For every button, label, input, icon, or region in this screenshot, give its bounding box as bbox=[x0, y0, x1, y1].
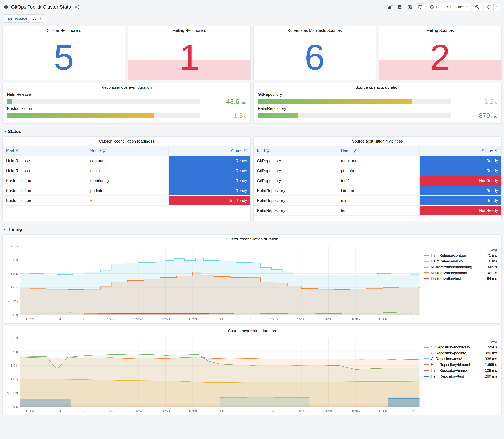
column-header-kind[interactable]: Kind bbox=[254, 146, 338, 156]
legend-series-color bbox=[424, 261, 429, 262]
column-header-kind[interactable]: Kind bbox=[3, 146, 87, 156]
stat-value: 1 bbox=[179, 39, 199, 75]
legend-item[interactable]: HelmRepository/minio108 ms bbox=[424, 367, 497, 373]
legend-series-avg: 338 ms bbox=[485, 357, 497, 361]
variable-namespace-value: All bbox=[33, 16, 37, 21]
refresh-interval-dropdown[interactable]: ▾ bbox=[494, 3, 500, 11]
legend-series-avg: 980 ms bbox=[485, 351, 497, 355]
gauge-value: 879ms bbox=[451, 112, 497, 120]
svg-text:16:07: 16:07 bbox=[406, 409, 414, 413]
legend-series-name: Kustomization/monitoring bbox=[431, 265, 482, 269]
table-cell: monitoring bbox=[338, 156, 419, 166]
legend-series-color bbox=[424, 347, 429, 348]
chart-row-2: Source acquisition duration0 s500 ms1.0 … bbox=[0, 326, 504, 415]
filter-funnel-icon[interactable] bbox=[102, 149, 106, 153]
svg-text:15:55: 15:55 bbox=[80, 409, 88, 413]
gauge-value-unit: s bbox=[244, 114, 246, 119]
save-icon[interactable] bbox=[396, 3, 404, 11]
series-area bbox=[20, 404, 419, 407]
stat-panel-body: 2 bbox=[379, 34, 501, 80]
filter-funnel-icon[interactable] bbox=[16, 149, 19, 153]
column-header-label: Name bbox=[341, 148, 352, 153]
legend-header: avg bbox=[424, 247, 497, 253]
column-header-name[interactable]: Name bbox=[87, 146, 169, 156]
filter-funnel-icon[interactable] bbox=[353, 149, 356, 153]
share-icon[interactable] bbox=[73, 3, 81, 11]
column-header-status[interactable]: Status bbox=[169, 146, 250, 156]
table-cell: test bbox=[338, 206, 419, 216]
chevron-down-icon: ▾ bbox=[496, 5, 498, 9]
stat-panel-body: 1 bbox=[128, 34, 251, 80]
add-panel-icon[interactable] bbox=[386, 3, 394, 11]
section-timing[interactable]: Timing bbox=[0, 224, 504, 234]
settings-icon[interactable] bbox=[406, 3, 414, 11]
table-header-row: KindNameStatus bbox=[254, 146, 501, 156]
svg-text:16:03: 16:03 bbox=[297, 409, 306, 413]
gauge-item: GitRepository1.2s bbox=[258, 92, 497, 105]
chart-plot[interactable]: 0 s500 ms1.0 s1.5 s2.0 s2.5 s15:5315:541… bbox=[3, 335, 422, 414]
stat-panel-body: 5 bbox=[3, 34, 125, 80]
svg-text:15:58: 15:58 bbox=[161, 409, 170, 413]
stat-panel: Failing Sources2 bbox=[379, 26, 502, 80]
chart-title: Source acquisition duration bbox=[3, 326, 501, 334]
filter-funnel-icon[interactable] bbox=[244, 149, 247, 153]
legend-series-color bbox=[424, 272, 429, 273]
clock-icon bbox=[430, 5, 434, 9]
legend-item[interactable]: HelmRelease/minio16 ms bbox=[424, 258, 497, 264]
column-header-name[interactable]: Name bbox=[338, 146, 419, 156]
chart-area: 0 s500 ms1.0 s1.5 s2.0 s2.5 s15:5315:541… bbox=[3, 334, 501, 415]
legend-item[interactable]: Kustomization/podinfo1.071 s bbox=[424, 270, 497, 276]
svg-text:15:59: 15:59 bbox=[188, 317, 197, 321]
legend-item[interactable]: GitRepository/podinfo980 ms bbox=[424, 350, 497, 356]
legend-series-avg: 1.695 s bbox=[485, 363, 497, 367]
svg-text:15:58: 15:58 bbox=[161, 317, 170, 321]
chart-title: Cluster reconciliation duration bbox=[3, 235, 501, 243]
readiness-table: KindNameStatusHelmReleasecontourReadyHel… bbox=[3, 146, 250, 206]
legend-series-avg: 16 ms bbox=[487, 259, 497, 263]
table-cell: Kustomization bbox=[3, 186, 87, 196]
gauge-track bbox=[7, 99, 200, 104]
legend-item[interactable]: HelmRelease/contour71 ms bbox=[424, 253, 497, 258]
gauge-panel: Reconciler ops avg. durationHelmRelease4… bbox=[2, 83, 251, 124]
legend-series-name: Kustomization/podinfo bbox=[431, 271, 482, 275]
gauge-value-unit: ms bbox=[491, 114, 497, 119]
status-badge: Ready bbox=[169, 156, 250, 166]
filter-funnel-icon[interactable] bbox=[266, 149, 270, 153]
table-cell: bitnami bbox=[338, 186, 419, 196]
gauge-track bbox=[258, 113, 451, 118]
filter-funnel-icon[interactable] bbox=[494, 149, 498, 153]
table-panel: Cluster reconciliation readinessKindName… bbox=[2, 136, 251, 221]
stat-value: 2 bbox=[430, 39, 450, 75]
legend-series-color bbox=[424, 353, 429, 354]
time-range-picker[interactable]: Last 15 minutes ▾ bbox=[427, 3, 470, 11]
section-status[interactable]: Status bbox=[0, 126, 504, 136]
gauge-value-number: 43.6 bbox=[226, 98, 239, 105]
legend-item[interactable]: Kustomization/test84 ms bbox=[424, 276, 497, 282]
svg-text:16:05: 16:05 bbox=[351, 317, 360, 321]
status-badge: Ready bbox=[169, 176, 250, 186]
svg-text:15:56: 15:56 bbox=[107, 409, 115, 413]
chart-plot[interactable]: 0 s500 ms1.0 s1.5 s2.0 s2.5 s15:5315:541… bbox=[3, 243, 422, 322]
legend-header: avg bbox=[424, 339, 497, 344]
status-badge: Ready bbox=[169, 166, 250, 176]
legend-series-avg: 289 ms bbox=[485, 374, 497, 378]
legend-item[interactable]: HelmRepository/bitnami1.695 s bbox=[424, 362, 497, 367]
column-header-status[interactable]: Status bbox=[419, 146, 501, 156]
svg-text:15:54: 15:54 bbox=[53, 409, 61, 413]
legend-item[interactable]: HelmRepository/test289 ms bbox=[424, 373, 497, 379]
svg-text:2.5 s: 2.5 s bbox=[11, 244, 18, 248]
table-panel: Source acquisition readinessKindNameStat… bbox=[253, 136, 502, 221]
legend-item[interactable]: GitRepository/test2338 ms bbox=[424, 356, 497, 362]
legend-item[interactable]: Kustomization/monitoring1.605 s bbox=[424, 264, 497, 270]
svg-text:16:01: 16:01 bbox=[243, 409, 251, 413]
table-cell: podinfo bbox=[338, 166, 419, 176]
gauge-item: Kustomization1.3s bbox=[7, 106, 246, 120]
legend-series-avg: 108 ms bbox=[485, 368, 497, 373]
top-bar: GitOps Toolkit Cluster Stats bbox=[0, 0, 504, 13]
zoom-out-button[interactable] bbox=[472, 3, 482, 11]
tv-mode-button[interactable] bbox=[416, 3, 425, 11]
legend-item[interactable]: GitRepository/monitoring1.594 s bbox=[424, 344, 497, 350]
variable-namespace-dropdown[interactable]: All ▾ bbox=[30, 14, 44, 23]
refresh-button[interactable] bbox=[484, 3, 494, 11]
svg-text:500 ms: 500 ms bbox=[7, 391, 18, 395]
